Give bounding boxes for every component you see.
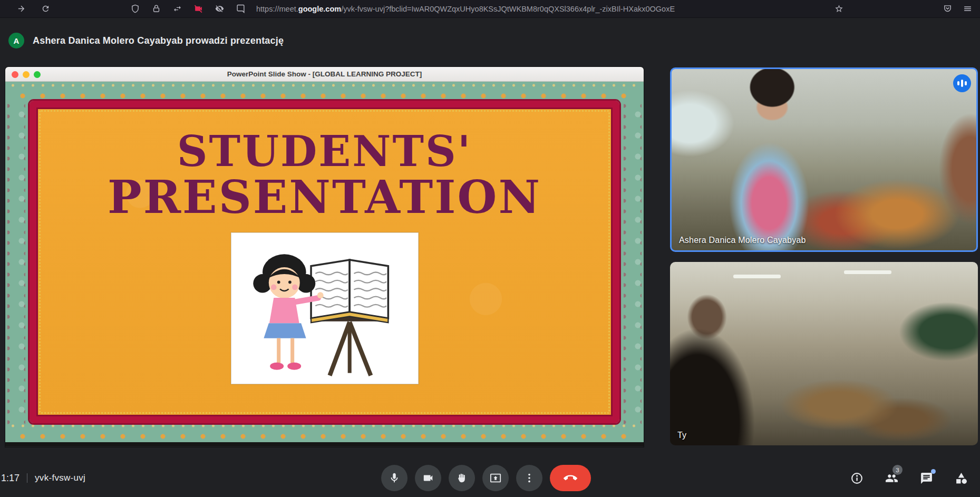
slide-title-line2: PRESENTATION — [108, 173, 541, 220]
url-bar[interactable]: https://meet.google.com/yvk-fvsw-uvj?fbc… — [256, 5, 675, 13]
reload-button[interactable] — [40, 4, 51, 14]
leave-call-button[interactable] — [550, 465, 591, 491]
ceiling-light — [844, 270, 891, 274]
meet-page: https://meet.google.com/yvk-fvsw-uvj?fbc… — [0, 0, 980, 497]
participants-count-badge: 3 — [892, 465, 903, 475]
chat-button[interactable] — [919, 471, 934, 485]
swap-ports-icon[interactable] — [172, 4, 182, 14]
forward-button[interactable] — [16, 4, 26, 14]
audio-level-indicator — [953, 74, 971, 92]
chat-notification-dot — [931, 469, 936, 474]
call-controls — [381, 465, 591, 491]
ceiling-light — [733, 275, 781, 278]
permissions-blocked-eye-icon[interactable] — [214, 4, 225, 14]
meta-divider — [27, 473, 27, 483]
activities-button[interactable] — [954, 471, 968, 485]
meet-bottom-bar: 1:17 yvk-fvsw-uvj — [0, 459, 980, 497]
window-minimize-light — [23, 71, 30, 78]
url-prefix: https://meet. — [256, 5, 298, 13]
powerpoint-titlebar: PowerPoint Slide Show - [GLOBAL LEARNING… — [5, 67, 644, 82]
window-zoom-light — [34, 71, 41, 78]
lock-icon[interactable] — [151, 4, 161, 14]
meeting-time: 1:17 — [1, 473, 20, 484]
camera-button[interactable] — [415, 465, 441, 491]
video-tile-speaker[interactable]: Ashera Danica Molero Cayabyab — [670, 67, 978, 252]
url-domain: google.com — [298, 5, 341, 13]
slide-ornament-top — [8, 84, 641, 100]
window-close-light — [12, 71, 18, 78]
microphone-button[interactable] — [381, 465, 407, 491]
video-tile-self[interactable]: Ty — [670, 262, 978, 445]
slide-title: STUDENTS' PRESENTATION — [108, 130, 541, 221]
browser-toolbar: https://meet.google.com/yvk-fvsw-uvj?fbc… — [0, 0, 980, 18]
shield-icon[interactable] — [130, 4, 140, 14]
url-path: /yvk-fvsw-uvj?fbclid=IwAR0QWZqxUHyo8KSsJ… — [341, 5, 675, 13]
pocket-icon[interactable] — [942, 4, 953, 14]
slide-panel: STUDENTS' PRESENTATION — [30, 101, 619, 423]
presenter-clipart — [231, 232, 419, 384]
menu-icon[interactable] — [962, 4, 973, 14]
slide-ornament-bottom — [8, 424, 641, 440]
slide-canvas: STUDENTS' PRESENTATION — [5, 82, 644, 442]
slide-ornament-right — [624, 100, 642, 424]
present-screen-button[interactable] — [482, 465, 509, 491]
presentation-tile[interactable]: PowerPoint Slide Show - [GLOBAL LEARNING… — [5, 67, 644, 447]
powerpoint-window-title: PowerPoint Slide Show - [GLOBAL LEARNING… — [227, 70, 422, 78]
participants-button[interactable]: 3 — [884, 471, 899, 485]
meeting-meta: 1:17 yvk-fvsw-uvj — [0, 473, 85, 484]
presenting-message: Ashera Danica Molero Cayabyab prowadzi p… — [33, 35, 284, 46]
raise-hand-button[interactable] — [449, 465, 475, 491]
presenter-avatar: A — [8, 33, 24, 48]
meeting-code: yvk-fvsw-uvj — [35, 473, 85, 483]
slide-title-line1: STUDENTS' — [108, 130, 541, 173]
slide-ornament-left — [7, 100, 25, 424]
meeting-details-button[interactable] — [849, 471, 864, 485]
presenting-notification: A Ashera Danica Molero Cayabyab prowadzi… — [8, 33, 284, 48]
window-traffic-lights — [12, 71, 41, 78]
self-name-label: Ty — [677, 431, 686, 440]
panel-controls: 3 — [849, 471, 980, 485]
window-bottom-edge — [5, 442, 644, 446]
camera-blocked-icon[interactable] — [193, 4, 203, 14]
bookmark-star-icon[interactable] — [833, 4, 844, 14]
message-icon[interactable] — [235, 4, 246, 14]
participant-name-label: Ashera Danica Molero Cayabyab — [679, 236, 806, 245]
more-options-button[interactable] — [516, 465, 542, 491]
